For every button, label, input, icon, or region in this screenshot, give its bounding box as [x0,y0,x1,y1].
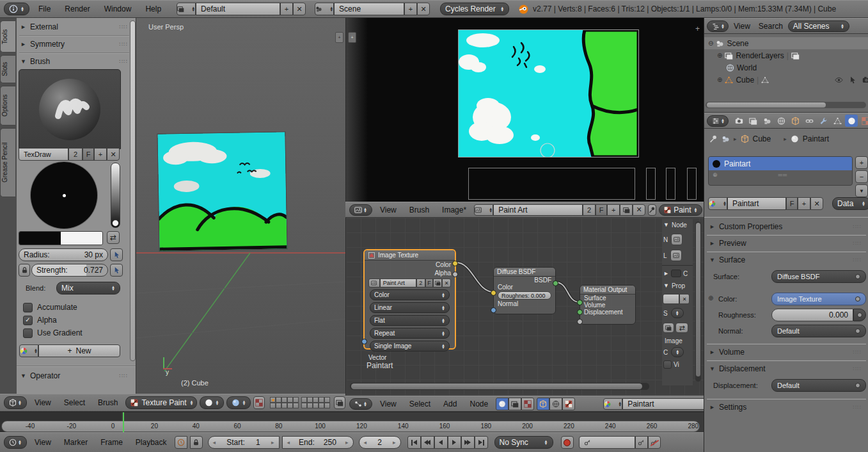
node-diffuse-bsdf[interactable]: Diffuse BSDF BSDF Color Roughnes: 0.000 … [493,267,556,314]
node-image-unlink-button[interactable]: ✕ [442,278,451,287]
editor-type-image-button[interactable]: ▲▼ [349,204,372,216]
timeline-menu-marker[interactable]: Marker [59,438,93,447]
image-browse-button[interactable]: ▲▼ [474,204,493,216]
panel-displacement[interactable]: ▼Displacement∷∷ [709,362,864,375]
displacement-value-button[interactable]: Default [771,379,866,392]
uv-island-outline-2[interactable] [666,168,675,200]
timeline-menu-view[interactable]: View [29,438,56,447]
color-wheel[interactable] [31,162,97,229]
editor-type-3dview-button[interactable]: ▲▼ [4,396,27,409]
slot-list-expand-icon[interactable]: ⊕ [713,172,718,178]
panel-operator[interactable]: ▼Operator∷∷ [20,369,130,382]
layer-toggle[interactable] [313,403,319,408]
menu-file[interactable]: File [33,4,56,13]
brush-unlink-button[interactable]: ✕ [107,148,120,161]
node-hscrollbar-thumb[interactable] [351,383,642,389]
render-engine-dropdown[interactable]: Cycles Render ▲▼ [440,3,509,15]
timeline-menu-frame[interactable]: Frame [95,438,128,447]
preview-range-clock-button[interactable] [175,436,187,449]
layer-toggle[interactable] [301,397,307,403]
tab-material[interactable] [845,115,858,127]
previous-keyframe-button[interactable] [421,436,434,449]
material-name-field[interactable]: Paintart [727,197,786,210]
outliner-row-scene[interactable]: ⊖ Scene [704,37,868,49]
image-menu-view[interactable]: View [375,206,402,214]
node-image-texture-header[interactable]: Image Texture [365,250,455,261]
cube-object[interactable] [157,132,287,250]
visibility-eye-icon[interactable] [835,76,843,85]
timeline-playhead[interactable] [123,412,124,432]
screen-layout-add-button[interactable]: + [280,3,293,15]
editor-type-timeline-button[interactable]: ▲▼ [4,436,27,449]
screen-layout-name-field[interactable]: Default [196,3,280,15]
texture-browse-button[interactable]: ▲▼ [19,344,38,357]
tool-shelf-scrollbar[interactable] [130,20,136,361]
node-menu-add[interactable]: Add [438,400,462,408]
tab-options[interactable]: Options [0,86,15,125]
mode-dropdown[interactable]: Texture Paint ▲▼ [125,396,197,409]
node-image-name-field[interactable]: Paint Art [380,278,416,287]
layer-toggle[interactable] [307,403,313,408]
node-image-browse-button[interactable] [368,278,380,287]
scene-add-button[interactable]: + [404,3,417,15]
image-editor[interactable]: + [345,18,704,202]
node-roughness-slider[interactable]: Roughnes: 0.000 [498,291,551,300]
delete-keyframe-button[interactable] [648,436,661,449]
keying-set-field[interactable] [579,436,635,449]
material-add-button[interactable]: + [798,197,810,210]
surface-value-button[interactable]: Diffuse BSDF [771,270,866,283]
image-new-button[interactable]: + [607,204,620,216]
brush-add-button[interactable]: + [94,148,107,161]
image-pin-button[interactable] [648,204,656,216]
node-image-pack-button[interactable] [433,278,442,287]
socket-vector-input[interactable] [361,339,367,344]
roughness-slider[interactable]: 0.000 [771,309,853,321]
play-button[interactable] [448,436,461,449]
editor-type-outliner-button[interactable]: ▲▼ [707,20,729,32]
layer-toggle[interactable] [313,397,319,403]
outliner-display-filter-dropdown[interactable]: All Scenes ▲▼ [788,20,849,32]
layer-toggle[interactable] [293,403,299,408]
layer-toggle[interactable] [319,403,324,408]
brush-preview[interactable] [19,69,121,149]
frame-start-field[interactable]: ◂ Start:1 ▸ [208,436,280,449]
renderability-camera-icon[interactable] [862,76,868,85]
expand-toggle[interactable]: ⊕ [717,76,722,83]
tab-object[interactable] [789,115,801,127]
node-name-field[interactable] [671,234,683,245]
editor-type-info-button[interactable]: ▲▼ [4,3,29,15]
tab-slots[interactable]: Slots [0,55,15,83]
layers-group-1[interactable] [270,397,299,408]
node-color-swatch[interactable] [671,270,681,277]
tab-modifiers[interactable] [817,115,830,127]
image-fake-user-button[interactable]: F [596,204,607,216]
layer-toggle[interactable] [281,397,287,403]
frame-end-field[interactable]: ◂ End:250 ▸ [282,436,354,449]
node-material-output-header[interactable]: Material Output [580,286,635,295]
snap-element-button[interactable] [253,396,265,409]
tab-constraints[interactable] [803,115,816,127]
node-dropdown-flat[interactable]: Flat▲▼ [370,315,450,326]
auto-keyframe-record-button[interactable] [561,436,574,449]
strength-pressure-button[interactable] [110,264,123,277]
collapse-toggle[interactable]: ⊖ [708,40,713,47]
outliner-hscrollbar-track[interactable] [706,102,866,108]
node-sidebar-panel-node[interactable]: ▼Node [662,219,693,231]
slot-list-grip[interactable]: ══ [778,172,787,178]
painted-image-canvas[interactable] [459,30,638,157]
node-material-name-field[interactable]: Paintart [622,398,712,410]
node-image-texture[interactable]: Image Texture Color Alpha Paint Art 2 F … [363,249,456,350]
next-keyframe-button[interactable] [461,436,475,449]
insert-keyframe-button[interactable] [635,436,648,449]
node-editor[interactable]: Image Texture Color Alpha Paint Art 2 F … [345,218,704,396]
value-slider[interactable] [111,163,120,228]
node-image-fake-user-button[interactable]: F [425,278,434,287]
slot-add-button[interactable]: + [855,156,868,169]
node-dropdown-linear[interactable]: Linear▲▼ [370,302,450,313]
color-node-dot[interactable] [855,296,860,302]
node-image-users-count[interactable]: 2 [416,278,425,287]
node-diffuse-header[interactable]: Diffuse BSDF [494,268,555,277]
image-users-count[interactable]: 2 [583,204,596,216]
outliner-hscrollbar-thumb[interactable] [707,102,826,108]
layer-toggle[interactable] [324,397,330,403]
